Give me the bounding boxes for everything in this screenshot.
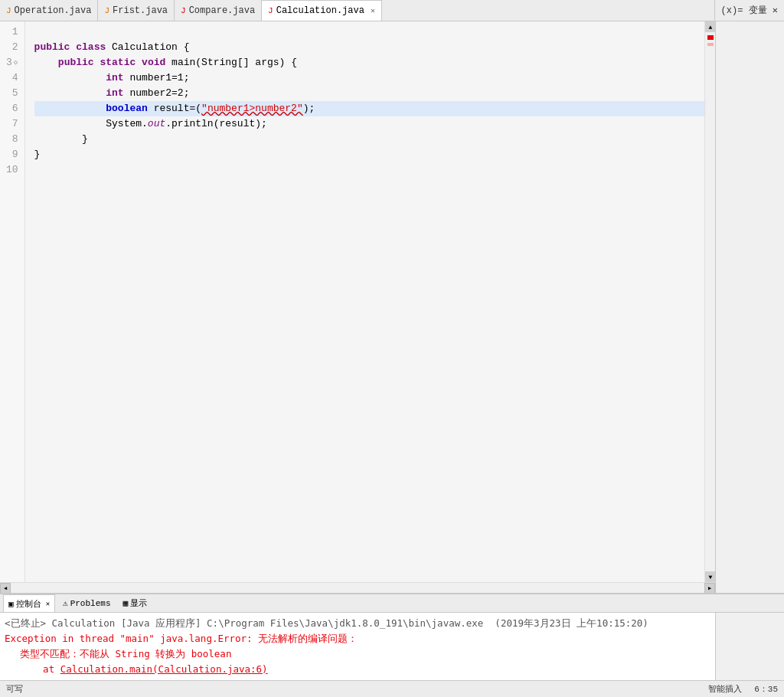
scroll-up-btn[interactable]: ▲ (705, 21, 715, 32)
console-stack-link[interactable]: Calculation.main(Calculation.java:6) (60, 663, 268, 675)
line-num-6: 6 (6, 101, 18, 116)
tab-close-calculation[interactable]: ✕ (371, 6, 375, 15)
tab-frist[interactable]: J Frist.java (98, 0, 175, 21)
tab-operation[interactable]: J Operation.java (0, 0, 98, 21)
status-right: 智能插入 6：35 (708, 683, 778, 695)
console-tab-display-icon: ▦ (122, 598, 128, 608)
line-num-5: 5 (6, 86, 18, 101)
vertical-scrollbar[interactable]: ▲ ▼ (704, 21, 715, 582)
code-line-1 (34, 25, 704, 40)
tab-icon-compare: J (181, 6, 186, 15)
console-tab-terminal[interactable]: ▣ 控制台 ✕ (3, 594, 55, 612)
tab-icon-frist: J (104, 6, 109, 15)
line-num-3: 3◇ (6, 55, 18, 70)
error-marker-pink (707, 43, 714, 46)
editor-content: 1 2 3◇ 4 5 6 7 8 9 10 public class Calcu… (0, 21, 715, 582)
status-smart-insert: 智能插入 (708, 683, 742, 695)
line-num-4: 4 (6, 70, 18, 86)
scroll-left-btn[interactable]: ◀ (0, 583, 11, 594)
console-error-line1: Exception in thread "main" java.lang.Err… (5, 631, 710, 646)
line-num-10: 10 (6, 162, 18, 178)
status-writable: 可写 (6, 683, 23, 695)
window-controls: (x)= 变量 ✕ (714, 0, 784, 21)
console-info-line: <已终止> Calculation [Java 应用程序] C:\Program… (5, 616, 710, 631)
console-tab-terminal-label: 控制台 (16, 598, 41, 610)
code-line-5: int number2=2; (34, 86, 704, 101)
console-tab-terminal-icon: ▣ (8, 599, 14, 609)
console-tab-display[interactable]: ▦ 显示 (118, 594, 152, 612)
code-line-7: System.out.println(result); (34, 116, 704, 132)
console-bottom-row: <已终止> Calculation [Java 应用程序] C:\Program… (0, 613, 784, 680)
code-line-8: } (34, 132, 704, 147)
console-area: ▣ 控制台 ✕ ⚠ Problems ▦ 显示 <已终止> Calculatio… (0, 593, 784, 680)
h-scroll-track[interactable] (11, 583, 704, 593)
console-tab-terminal-close[interactable]: ✕ (46, 600, 50, 608)
scroll-right-btn[interactable]: ▶ (704, 583, 715, 594)
code-line-9: } (34, 147, 704, 162)
console-tab-problems[interactable]: ⚠ Problems (58, 594, 115, 612)
scroll-track[interactable] (705, 32, 715, 571)
tab-label-compare: Compare.java (189, 5, 255, 16)
code-line-6: boolean result=("number1>number2"); (34, 101, 704, 116)
code-line-3: public static void main(String[] args) { (34, 55, 704, 70)
status-left: 可写 (6, 683, 23, 695)
line-num-1: 1 (6, 25, 18, 40)
line-num-8: 8 (6, 132, 18, 147)
scroll-down-btn[interactable]: ▼ (705, 571, 715, 582)
line-numbers: 1 2 3◇ 4 5 6 7 8 9 10 (0, 21, 25, 582)
editor-container: 1 2 3◇ 4 5 6 7 8 9 10 public class Calcu… (0, 21, 715, 593)
tab-icon-operation: J (6, 6, 11, 15)
console-tab-problems-label: Problems (70, 599, 111, 608)
tab-bar: J Operation.java J Frist.java J Compare.… (0, 0, 784, 21)
editor-h-scrollbar[interactable]: ◀ ▶ (0, 582, 715, 593)
code-line-2: public class Calculation { (34, 40, 704, 55)
main-area: 1 2 3◇ 4 5 6 7 8 9 10 public class Calcu… (0, 21, 784, 593)
status-bar: 可写 智能插入 6：35 (0, 680, 784, 697)
console-content: <已终止> Calculation [Java 应用程序] C:\Program… (0, 613, 715, 680)
code-line-10 (34, 162, 704, 178)
code-editor[interactable]: public class Calculation { public static… (25, 21, 704, 582)
variable-panel (715, 21, 784, 593)
line-num-7: 7 (6, 116, 18, 132)
tab-label-frist: Frist.java (113, 5, 168, 16)
tab-compare[interactable]: J Compare.java (175, 0, 262, 21)
code-line-4: int number1=1; (34, 70, 704, 86)
tab-calculation[interactable]: J Calculation.java ✕ (262, 0, 382, 21)
tab-label-operation: Operation.java (15, 5, 92, 16)
console-tab-bar: ▣ 控制台 ✕ ⚠ Problems ▦ 显示 (0, 594, 784, 613)
console-tab-problems-icon: ⚠ (63, 598, 68, 608)
line-num-9: 9 (6, 147, 18, 162)
tab-icon-calculation: J (268, 6, 273, 15)
status-position: 6：35 (754, 683, 778, 695)
console-tab-display-label: 显示 (130, 597, 147, 609)
line-num-2: 2 (6, 40, 18, 55)
tab-label-calculation: Calculation.java (276, 5, 364, 16)
console-right-spacer (715, 613, 784, 680)
variable-panel-label[interactable]: (x)= 变量 ✕ (714, 0, 784, 21)
console-error-line3: at Calculation.main(Calculation.java:6) (5, 662, 710, 677)
console-error-line2: 类型不匹配：不能从 String 转换为 boolean (5, 646, 710, 662)
error-marker-red (707, 35, 714, 40)
